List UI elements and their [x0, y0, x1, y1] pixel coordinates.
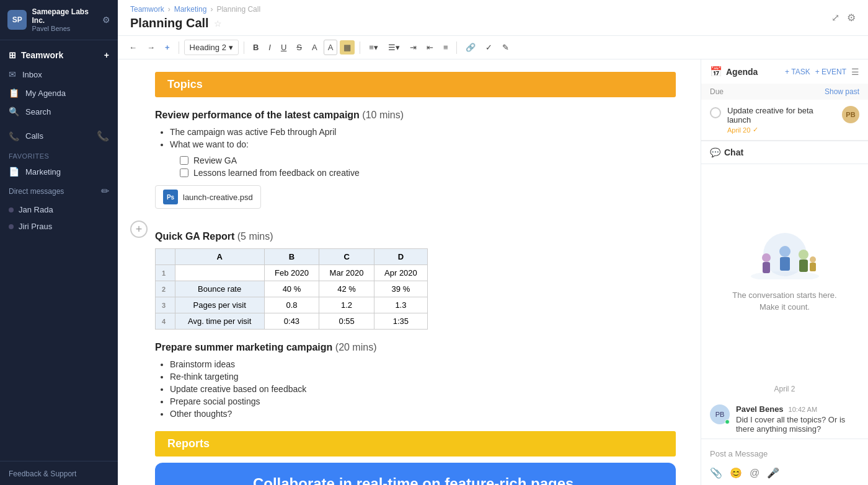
task-check-icon: ✓	[753, 126, 758, 134]
table-col-c: C	[319, 249, 374, 265]
sidebar-item-inbox[interactable]: ✉ Inbox	[0, 65, 118, 84]
chat-empty-state: The conversation starts here. Make it co…	[701, 164, 868, 378]
page-settings-icon[interactable]: ⚙	[847, 12, 856, 24]
expand-icon[interactable]: ⤢	[831, 12, 839, 24]
bold-button[interactable]: B	[249, 40, 262, 55]
marketing-label: Marketing	[25, 167, 61, 177]
section-2: Quick GA Report (5 mins) A B C D	[155, 231, 676, 330]
justify-button[interactable]: ≡	[440, 40, 452, 55]
table-col-num	[156, 249, 175, 265]
checkbox-lessons-label: Lessons learned from feedback on creativ…	[193, 168, 360, 178]
task-avatar-initials: PB	[846, 111, 855, 118]
table-row: 3 Pages per visit 0.8 1.2 1.3	[156, 297, 428, 313]
svg-point-4	[779, 246, 790, 257]
dm-dot-jan	[9, 208, 14, 212]
cell-1b: Feb 2020	[264, 265, 319, 281]
checkbox-lessons-input[interactable]	[180, 168, 188, 177]
add-block-button[interactable]: +	[161, 40, 174, 55]
redo-button[interactable]: →	[143, 40, 159, 55]
calls-label: Calls	[25, 131, 43, 141]
sidebar-nav-section: ⊞ Teamwork + ✉ Inbox 📋 My Agenda 🔍 Searc…	[0, 40, 118, 126]
task-item: Update creative for beta launch April 20…	[701, 100, 868, 141]
chat-input[interactable]: Post a Message	[710, 445, 859, 462]
add-task-btn[interactable]: + TASK	[785, 68, 810, 76]
star-icon[interactable]: ☆	[214, 19, 222, 28]
chat-icon: 💬	[710, 147, 720, 157]
cell-3b: 0.8	[264, 297, 319, 313]
breadcrumb-sep1: ›	[168, 5, 170, 14]
checkbox-review-ga-input[interactable]	[180, 156, 188, 165]
page-title: Planning Call	[130, 16, 209, 30]
font-color-button[interactable]: A	[324, 40, 338, 55]
add-event-btn[interactable]: + EVENT	[815, 68, 846, 76]
illustration-svg	[748, 230, 822, 279]
svg-rect-5	[780, 257, 790, 271]
breadcrumb-sep2: ›	[210, 5, 213, 14]
heading-select[interactable]: Heading 2 ▾	[184, 40, 239, 55]
attach-icon[interactable]: 📎	[710, 467, 722, 479]
breadcrumb-teamwork[interactable]: Teamwork	[130, 5, 164, 14]
chat-msg-header: Pavel Benes 10:42 AM	[736, 404, 859, 414]
section3-title: Prepare summer marketing campaign (20 mi…	[155, 342, 676, 353]
chat-empty-line2: Make it count.	[732, 301, 836, 313]
sidebar-item-my-agenda[interactable]: 📋 My Agenda	[0, 84, 118, 102]
indent-left-button[interactable]: ⇤	[423, 40, 437, 55]
ga-table: A B C D 1 Feb 2020 Mar 2020 Apr 2020	[155, 248, 428, 330]
breadcrumb-marketing[interactable]: Marketing	[174, 5, 207, 14]
strikethrough-button[interactable]: S	[293, 40, 306, 55]
page-title-row: Planning Call ☆	[130, 16, 260, 30]
table-col-a: A	[175, 249, 264, 265]
mic-icon[interactable]: 🎤	[767, 467, 779, 479]
undo-button[interactable]: ←	[125, 40, 141, 55]
section2-title-text: Quick GA Report	[155, 231, 234, 242]
topbar: Teamwork › Marketing › Planning Call Pla…	[118, 0, 868, 36]
inbox-icon: ✉	[9, 69, 16, 79]
add-space-icon[interactable]: +	[104, 50, 109, 60]
sidebar-item-teamwork[interactable]: ⊞ Teamwork +	[0, 45, 118, 65]
italic-button[interactable]: I	[265, 40, 275, 55]
dm-user-jan-rada[interactable]: Jan Rada	[0, 201, 118, 218]
cell-3d: 1.3	[374, 297, 427, 313]
link-button[interactable]: 🔗	[462, 40, 479, 55]
mention-icon[interactable]: @	[750, 468, 760, 479]
show-past-btn[interactable]: Show past	[825, 87, 859, 96]
highlight-button[interactable]: ▦	[340, 40, 355, 55]
check-button[interactable]: ✓	[482, 40, 496, 55]
emoji-icon[interactable]: 😊	[730, 467, 742, 479]
sidebar-item-search[interactable]: 🔍 Search	[0, 102, 118, 121]
cell-1d: Apr 2020	[374, 265, 427, 281]
task-content: Update creative for beta launch April 20…	[727, 106, 836, 134]
table-row: 1 Feb 2020 Mar 2020 Apr 2020	[156, 265, 428, 281]
call-add-icon[interactable]: 📞	[97, 130, 109, 142]
section3-duration: (20 mins)	[335, 342, 377, 352]
task-checkbox[interactable]	[710, 107, 721, 118]
cell-2c: 42 %	[319, 281, 374, 297]
teamwork-left: ⊞ Teamwork	[9, 50, 63, 60]
dm-compose-icon[interactable]: ✏	[101, 185, 109, 197]
svg-rect-9	[810, 263, 816, 271]
chat-title: Chat	[724, 147, 743, 157]
content-wrapper: + Topics Review performance of the lates…	[118, 59, 868, 485]
comment-button[interactable]: ✎	[498, 40, 513, 55]
chat-input-area: Post a Message 📎 😊 @ 🎤	[701, 439, 868, 485]
reports-header-text: Reports	[167, 437, 210, 450]
chat-date-divider: April 2	[701, 378, 868, 400]
feedback-support-btn[interactable]: Feedback & Support	[9, 470, 76, 478]
agenda-menu-icon[interactable]: ☰	[851, 67, 859, 77]
list-button[interactable]: ☰▾	[384, 40, 404, 55]
section1-title: Review performance of the latest campaig…	[155, 110, 676, 121]
file-attachment[interactable]: Ps launch-creative.psd	[155, 185, 261, 209]
indent-right-button[interactable]: ⇥	[406, 40, 420, 55]
task-date: April 20 ✓	[727, 126, 836, 134]
section1-title-text: Review performance of the latest campaig…	[155, 110, 360, 120]
dm-dot-jiri	[9, 224, 14, 229]
underline-button[interactable]: U	[277, 40, 290, 55]
add-block-inline-btn[interactable]: +	[130, 221, 148, 238]
dm-user-jiri-praus[interactable]: Jiri Praus	[0, 218, 118, 235]
font-size-button[interactable]: A	[308, 40, 321, 55]
sidebar-item-marketing[interactable]: 📄 Marketing	[0, 162, 118, 181]
promo-banner: Collaborate in real-time on feature-rich…	[155, 463, 676, 485]
gear-icon[interactable]: ⚙	[102, 15, 110, 25]
align-button[interactable]: ≡▾	[365, 40, 382, 55]
sidebar-item-calls[interactable]: 📞 Calls 📞	[0, 126, 118, 146]
